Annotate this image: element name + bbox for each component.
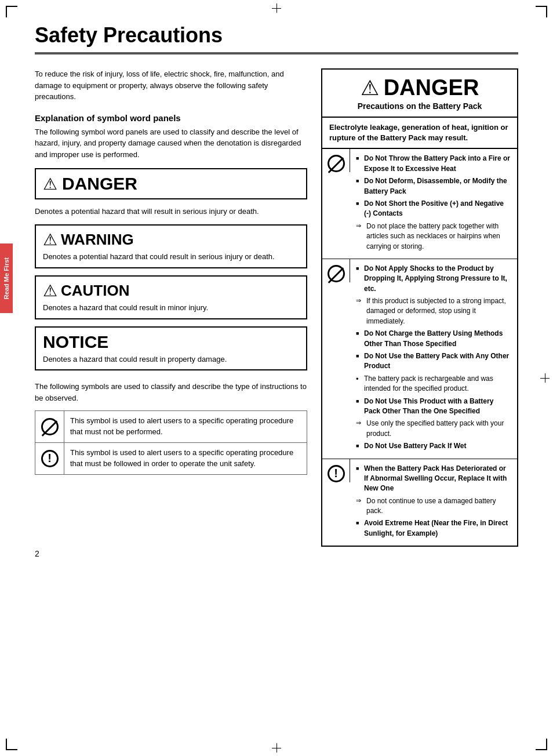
danger-section-1: Do Not Throw the Battery Pack into a Fir… (322, 149, 517, 259)
right-column: ⚠ DANGER Precautions on the Battery Pack… (321, 68, 518, 547)
list-item: Use only the specified battery pack with… (356, 419, 511, 439)
warning-symbol-box: ⚠ WARNING Denotes a potential hazard tha… (35, 224, 307, 268)
list-item: Do Not Throw the Battery Pack into a Fir… (356, 154, 511, 174)
page-title: Safety Precautions (35, 23, 518, 48)
exclaim-symbol-text: This symbol is used to alert users to a … (64, 443, 307, 474)
caution-triangle-icon: ⚠ (43, 281, 57, 300)
danger-section-3-content: When the Battery Pack Has Deteriorated o… (350, 459, 517, 546)
page-number: 2 (35, 549, 39, 558)
danger-section-1-icon (322, 149, 350, 172)
list-item: Avoid Extreme Heat (Near the Fire, in Di… (356, 518, 511, 539)
notice-symbol-box: NOTICE Denotes a hazard that could resul… (35, 326, 307, 371)
danger-section-3-icon: ! (322, 459, 350, 482)
caution-symbol-box: ⚠ CAUTION Denotes a hazard that could re… (35, 275, 307, 319)
warning-description: Denotes a potential hazard that could re… (43, 252, 299, 263)
title-rule (35, 52, 518, 54)
crosshair-bottom (272, 743, 281, 753)
danger-symbol-box: ⚠ DANGER (35, 168, 307, 199)
intro-text: To reduce the risk of injury, loss of li… (35, 68, 307, 103)
exclaim-icon: ! (41, 450, 59, 467)
list-item: Do Not Apply Shocks to the Product by Dr… (356, 264, 511, 294)
symbol-row-exclaim: ! This symbol is used to alert users to … (35, 443, 307, 474)
list-item: If this product is subjected to a strong… (356, 296, 511, 326)
no-symbol-cell (35, 411, 64, 442)
notice-description: Denotes a hazard that could result in pr… (43, 354, 299, 365)
list-item: Do not place the battery pack together w… (356, 221, 511, 252)
symbol-legend: This symbol is used to alert users to a … (35, 410, 307, 474)
danger-panel-warning: Electrolyte leakage, generation of heat,… (322, 118, 517, 149)
list-item: Do not continue to use a damaged battery… (356, 496, 511, 517)
danger-section-1-content: Do Not Throw the Battery Pack into a Fir… (350, 149, 517, 259)
notice-label: NOTICE (43, 332, 299, 352)
list-item: Do Not Use the Battery Pack with Any Oth… (356, 351, 511, 372)
symbol-panels-text: The following symbol word panels are use… (35, 126, 307, 161)
danger-panel-header: ⚠ DANGER Precautions on the Battery Pack (322, 70, 517, 118)
danger-section-2-icon (322, 259, 350, 282)
danger-label: DANGER (62, 174, 137, 194)
list-item: When the Battery Pack Has Deteriorated o… (356, 464, 511, 494)
no-icon-1 (328, 155, 345, 172)
no-symbol-text: This symbol is used to alert users to a … (64, 411, 307, 442)
warning-triangle-icon: ⚠ (43, 230, 57, 249)
no-icon-2 (328, 265, 345, 282)
danger-panel-subtitle: Precautions on the Battery Pack (330, 101, 509, 111)
danger-panel: ⚠ DANGER Precautions on the Battery Pack… (321, 68, 518, 547)
corner-mark-br (536, 739, 547, 750)
danger-section-2-content: Do Not Apply Shocks to the Product by Dr… (350, 259, 517, 459)
list-item: Do Not Use Battery Pack If Wet (356, 441, 511, 451)
danger-description: Denotes a potential hazard that will res… (35, 206, 307, 217)
warning-label: WARNING (61, 231, 134, 249)
no-icon (41, 418, 59, 435)
caution-description: Denotes a hazard that could result in mi… (43, 303, 299, 314)
symbol-panels-heading: Explanation of symbol word panels (35, 113, 307, 123)
danger-panel-triangle-icon: ⚠ (361, 76, 379, 100)
danger-triangle-icon: ⚠ (43, 175, 57, 194)
list-item: The battery pack is rechargeable and was… (356, 374, 511, 394)
symbol-row-no: This symbol is used to alert users to a … (35, 411, 307, 443)
danger-panel-title: DANGER (384, 75, 479, 100)
list-item: Do Not Deform, Disassemble, or Modify th… (356, 176, 511, 197)
left-column: To reduce the risk of injury, loss of li… (35, 68, 307, 547)
list-item: Do Not Short the Positive (+) and Negati… (356, 199, 511, 219)
list-item: Do Not Charge the Battery Using Methods … (356, 329, 511, 349)
danger-section-3: ! When the Battery Pack Has Deteriorated… (322, 459, 517, 546)
corner-mark-bl (6, 739, 17, 750)
exclaim-icon-3: ! (328, 465, 345, 482)
caution-label: CAUTION (61, 282, 129, 300)
danger-section-2: Do Not Apply Shocks to the Product by Dr… (322, 259, 517, 459)
exclaim-symbol-cell: ! (35, 443, 64, 474)
below-notice-text: The following symbols are used to classi… (35, 381, 307, 404)
list-item: Do Not Use This Product with a Battery P… (356, 397, 511, 417)
